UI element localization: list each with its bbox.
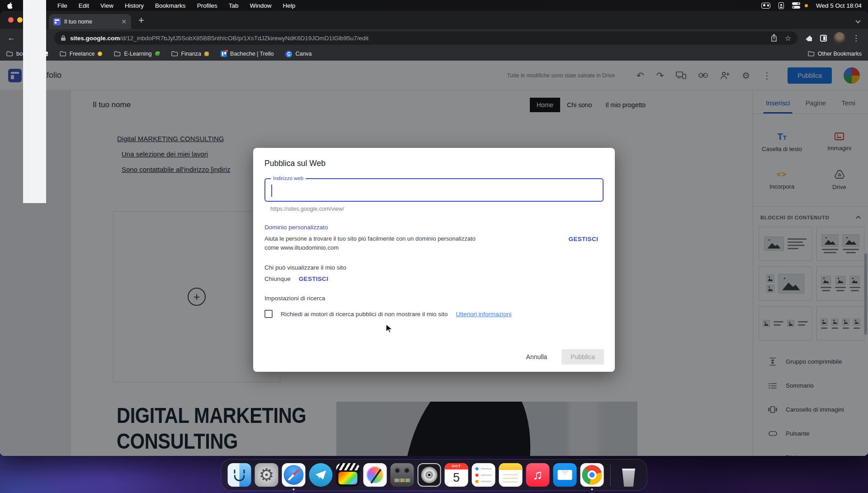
cancel-button[interactable]: Annulla (524, 350, 550, 364)
bookmark-label: Bacheche | Trello (230, 51, 274, 57)
trello-icon (221, 51, 227, 57)
publish-confirm-button[interactable]: Pubblica (561, 349, 604, 365)
menubar-item-help[interactable]: Help (283, 2, 295, 9)
tab-search-chevron-icon[interactable] (856, 16, 860, 24)
dock-reminders-icon[interactable] (472, 463, 495, 487)
bookmark-canva[interactable]: C Canva (285, 51, 311, 57)
screen: Chrome File Edit View History Bookmarks … (0, 0, 868, 493)
web-address-input[interactable]: Indirizzo web (264, 178, 604, 202)
folder-icon (114, 51, 121, 57)
sites-favicon-icon (53, 18, 61, 25)
dock-safari-icon[interactable] (282, 463, 306, 487)
omnibox[interactable]: sites.google.com/d/12_inbdoPR7bJyfJ5SobX… (54, 31, 797, 45)
dock-dj-player-icon[interactable] (418, 463, 441, 487)
browser-menu-kebab-icon[interactable]: ⋮ (852, 33, 860, 43)
other-bookmarks-label: Other Bookmarks (818, 51, 862, 57)
browser-tab[interactable]: Il tuo nome ✕ (49, 14, 131, 29)
share-icon[interactable] (770, 34, 778, 42)
calendar-month: OCT (445, 463, 468, 469)
menubar-item-tab[interactable]: Tab (229, 2, 239, 9)
canva-icon: C (285, 51, 292, 57)
dock-audio-tool-icon[interactable] (391, 463, 414, 487)
close-window-button[interactable] (8, 17, 14, 23)
web-address-label: Indirizzo web (271, 175, 306, 181)
address-bar: ← → ⟳ sites.google.com/d/12_inbdoPR7bJyf… (0, 29, 868, 47)
custom-domain-title: Dominio personalizzato (264, 224, 604, 231)
search-settings-title: Impostazioni di ricerca (264, 295, 604, 302)
minimize-window-button[interactable] (17, 17, 23, 23)
search-settings-section: Impostazioni di ricerca Richiedi ai moto… (264, 295, 604, 318)
hide-from-search-label: Richiedi ai motori di ricerca pubblici d… (281, 311, 448, 318)
text-caret (271, 185, 272, 197)
url-path: /d/12_inbdoPR7bJyfJ5SobX85BB5nthIcOB/p/1… (120, 35, 368, 42)
manage-visibility-link[interactable]: GESTISCI (299, 275, 328, 282)
seedling-icon (155, 52, 160, 56)
apple-menu-icon[interactable] (6, 2, 13, 9)
publish-dialog: Pubblica sul Web Indirizzo web https://s… (253, 148, 615, 372)
custom-domain-section: Dominio personalizzato Aiuta le persone … (264, 224, 604, 252)
dock-mail-icon[interactable] (553, 463, 577, 487)
dock-telegram-icon[interactable] (309, 463, 333, 487)
extensions-puzzle-icon[interactable] (806, 34, 813, 42)
calendar-day: 5 (445, 469, 468, 486)
menubar-item-bookmarks[interactable]: Bookmarks (155, 2, 186, 9)
bookmark-label: Finanza (181, 51, 201, 57)
bookmark-label: Freelance (70, 51, 95, 57)
dock-chrome-icon[interactable] (580, 463, 604, 487)
menubar-item-history[interactable]: History (125, 2, 144, 9)
menubar-item-view[interactable]: View (100, 2, 113, 9)
menubar-item-edit[interactable]: Edit (79, 2, 89, 9)
other-bookmarks[interactable]: Other Bookmarks (808, 51, 862, 57)
dock-final-cut-pro-icon[interactable] (336, 463, 360, 487)
bookmarks-bar: bcove.biz Freelance E-Learning Finanza B (0, 47, 868, 61)
menubar-item-file[interactable]: File (57, 2, 67, 9)
google-sites-app: Portfolio Tutte le modifiche sono state … (0, 61, 868, 456)
lock-icon (61, 35, 66, 41)
dock-notes-icon[interactable] (499, 463, 523, 487)
bookmark-label: Canva (295, 51, 311, 57)
bookmark-star-icon[interactable]: ☆ (785, 34, 791, 43)
dialog-actions: Annulla Pubblica (524, 349, 604, 365)
dock-photomator-icon[interactable] (363, 463, 387, 487)
dock-finder-icon[interactable] (228, 463, 251, 487)
menubar-item-chrome[interactable]: Chrome (23, 0, 46, 203)
tab-title: Il tuo nome (64, 19, 118, 25)
gold-icon (204, 52, 209, 56)
contact-status-icon[interactable] (778, 2, 784, 9)
dock-music-icon[interactable]: ♫ (526, 463, 550, 487)
dock: ⚙ OCT 5 ♫ (221, 459, 647, 491)
recording-indicator-dot (805, 4, 808, 7)
menubar-clock[interactable]: Wed 5 Oct 18:04 (816, 2, 862, 9)
bookmark-folder-freelance[interactable]: Freelance (60, 51, 103, 57)
address-helper-text: https://sites.google.com/view/ (270, 206, 604, 212)
bookmark-folder-elearning[interactable]: E-Learning (114, 51, 159, 57)
chrome-window: Il tuo nome ✕ + ← → ⟳ sites.google.com/d… (0, 11, 868, 456)
dock-calendar-icon[interactable]: OCT 5 (445, 463, 468, 487)
tab-close-icon[interactable]: ✕ (121, 19, 127, 25)
new-tab-button[interactable]: + (138, 14, 144, 26)
bookmark-folder-finanza[interactable]: Finanza (171, 51, 209, 57)
bookmark-trello[interactable]: Bacheche | Trello (221, 51, 274, 57)
url-host: sites.google.com (70, 35, 120, 42)
macos-menubar: Chrome File Edit View History Bookmarks … (0, 0, 868, 11)
dock-system-settings-icon[interactable]: ⚙ (255, 463, 278, 487)
menubar-item-window[interactable]: Window (250, 2, 271, 9)
visibility-section: Chi può visualizzare il mio sito Chiunqu… (264, 264, 604, 282)
menubar-item-profiles[interactable]: Profiles (197, 2, 217, 9)
control-center-icon[interactable] (792, 2, 800, 9)
mouse-cursor (385, 324, 394, 336)
bookmark-label: E-Learning (124, 51, 151, 57)
folder-icon (171, 51, 178, 57)
hide-from-search-checkbox[interactable] (264, 310, 273, 318)
money-bag-icon (98, 52, 102, 56)
learn-more-link[interactable]: Ulteriori informazioni (456, 311, 511, 318)
browser-profile-avatar[interactable] (834, 32, 845, 44)
folder-icon (6, 51, 13, 57)
screen-record-icon[interactable] (761, 3, 770, 9)
tab-strip: Il tuo nome ✕ + (0, 11, 868, 29)
side-panel-icon[interactable] (820, 35, 827, 42)
dialog-title: Pubblica sul Web (264, 159, 604, 168)
dock-trash-icon[interactable] (617, 463, 641, 487)
back-button[interactable]: ← (5, 31, 18, 45)
manage-domain-link[interactable]: GESTISCI (569, 236, 598, 242)
